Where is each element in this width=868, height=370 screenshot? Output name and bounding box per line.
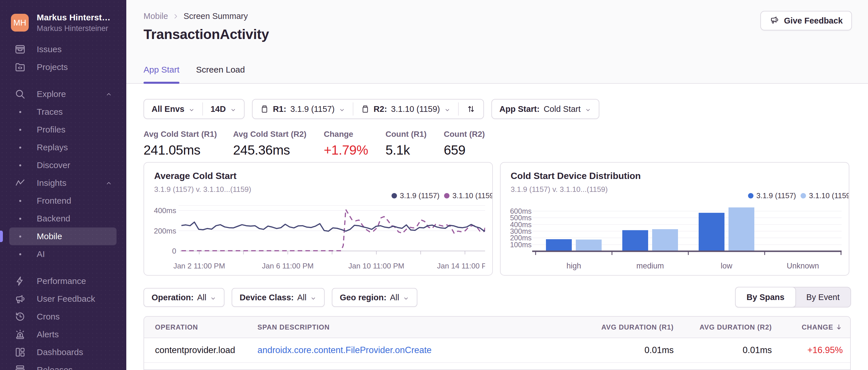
span-description-cell: androidx.core.content.FileProvider.onCre… [257, 338, 578, 363]
sidebar-item-replays[interactable]: Replays [9, 138, 117, 156]
bullet-icon [14, 213, 26, 224]
chevron-up-icon [105, 179, 113, 187]
bar-chart[interactable]: 600ms500ms400ms300ms200ms100mshighmedium… [509, 201, 842, 273]
bullet-icon [14, 142, 26, 153]
release-r1-filter[interactable]: R1: 3.1.9 (1157) [253, 100, 353, 119]
sidebar-item-frontend[interactable]: Frontend [9, 192, 117, 210]
svg-text:Unknown: Unknown [787, 262, 819, 270]
period-filter[interactable]: 14D [203, 100, 244, 119]
sidebar-item-explore[interactable]: Explore [9, 85, 117, 103]
sidebar-item-label: Mobile [37, 232, 62, 241]
swap-releases-button[interactable] [459, 100, 484, 119]
stat-count-r1-: Count (R1)5.1k [385, 130, 444, 158]
column-header-operation[interactable]: OPERATION [144, 317, 257, 338]
tab-app-start[interactable]: App Start [144, 65, 179, 83]
release-icon [361, 105, 370, 113]
user-subtitle: Markus Hintersteiner [37, 24, 111, 33]
column-header-change[interactable]: CHANGE [772, 317, 851, 338]
sidebar-item-label: Replays [37, 142, 68, 152]
stat-avg-cold-start-r2-: Avg Cold Start (R2)245.36ms [233, 130, 324, 158]
operation-cell: contentprovider.load [144, 338, 257, 363]
chart-subtitle: 3.1.9 (1157) v. 3.1.10...(1159) [510, 185, 608, 194]
operation--filter[interactable]: Operation:All [144, 288, 224, 307]
device-distribution-card: Cold Start Device Distribution 3.1.9 (11… [500, 162, 849, 276]
stat-label: Avg Cold Start (R1) [144, 130, 233, 139]
bullet-icon [14, 195, 26, 206]
svg-text:Jan 6 11:00 PM: Jan 6 11:00 PM [262, 262, 314, 270]
column-header-avg-duration-r2-[interactable]: AVG DURATION (R2) [674, 317, 772, 338]
column-header-span-description[interactable]: SPAN DESCRIPTION [257, 317, 578, 338]
sidebar-item-label: Releases [37, 365, 73, 370]
tab-screen-load[interactable]: Screen Load [196, 65, 245, 83]
sidebar-item-user-feedback[interactable]: User Feedback [9, 290, 117, 308]
legend-label: 3.1.10 (1159) [809, 191, 849, 200]
sidebar-item-mobile[interactable]: Mobile [9, 228, 117, 245]
sidebar-item-profiles[interactable]: Profiles [9, 121, 117, 138]
geo-region--filter[interactable]: Geo region:All [332, 288, 417, 307]
svg-text:100ms: 100ms [510, 241, 532, 249]
tab-bar: App Start Screen Load [144, 65, 245, 83]
sidebar-item-releases[interactable]: Releases [9, 361, 117, 370]
avatar: MH [11, 14, 29, 32]
legend-item-3-1-9-1157-[interactable]: 3.1.9 (1157) [392, 191, 439, 200]
sidebar-item-discover[interactable]: Discover [9, 156, 117, 174]
svg-text:low: low [721, 262, 733, 270]
filter-value: All [197, 293, 206, 302]
stat-value: 245.36ms [233, 142, 324, 158]
r1-label: R1: [273, 104, 286, 114]
toggle-by-event[interactable]: By Event [795, 288, 850, 307]
clock-icon [14, 311, 26, 323]
legend-dot-icon [444, 193, 450, 199]
chart-title: Cold Start Device Distribution [510, 171, 641, 181]
give-feedback-button[interactable]: Give Feedback [761, 11, 852, 30]
release-r2-filter[interactable]: R2: 3.1.10 (1159) [353, 100, 458, 119]
span-description-link[interactable]: androidx.core.content.FileProvider.onCre… [257, 345, 432, 355]
app-start-type-group: App Start: Cold Start [491, 99, 599, 119]
page-title: TransactionActivity [144, 26, 269, 42]
sidebar-item-issues[interactable]: Issues [9, 40, 117, 58]
sidebar-item-dashboards[interactable]: Dashboards [9, 343, 117, 361]
user-menu[interactable]: MH Markus Hinterst… Markus Hintersteiner [0, 0, 126, 34]
megaphone-icon [770, 15, 779, 27]
main-content: Mobile Screen Summary TransactionActivit… [126, 0, 868, 370]
sidebar-item-projects[interactable]: Projects [9, 58, 117, 76]
stat-label: Change [324, 130, 385, 139]
release-compare-group: R1: 3.1.9 (1157) R2: 3.1.10 (1159) [252, 99, 484, 119]
sidebar-item-label: Discover [37, 160, 70, 170]
env-filter[interactable]: All Envs [144, 100, 203, 119]
sidebar-item-traces[interactable]: Traces [9, 103, 117, 121]
page-header: Mobile Screen Summary TransactionActivit… [126, 0, 868, 84]
user-name: Markus Hinterst… [37, 12, 111, 22]
stat-value: +1.79% [324, 142, 385, 158]
inbox-icon [14, 43, 26, 55]
stat-label: Avg Cold Start (R2) [233, 130, 324, 139]
line-chart[interactable]: 400ms200ms0Jan 2 11:00 PMJan 6 11:00 PMJ… [153, 201, 485, 273]
legend-item-3-1-10-1159-[interactable]: 3.1.10 (1159) [444, 191, 493, 200]
breadcrumb-mobile[interactable]: Mobile [144, 11, 168, 21]
env-period-group: All Envs 14D [144, 99, 245, 119]
filter-value: All [390, 293, 399, 302]
device-class--filter[interactable]: Device Class:All [231, 288, 324, 307]
legend-item-3-1-9-1157-[interactable]: 3.1.9 (1157) [748, 191, 796, 200]
user-info: Markus Hinterst… Markus Hintersteiner [37, 12, 111, 33]
toggle-by-spans[interactable]: By Spans [735, 287, 796, 307]
table-header-row: OPERATIONSPAN DESCRIPTIONAVG DURATION (R… [144, 317, 851, 338]
sidebar-item-performance[interactable]: Performance [9, 272, 117, 290]
bullet-icon [14, 106, 26, 117]
sidebar-item-crons[interactable]: Crons [9, 308, 117, 326]
dashboards-icon [14, 346, 26, 358]
filter-label: Operation: [152, 293, 194, 302]
legend-item-3-1-10-1159-[interactable]: 3.1.10 (1159) [801, 191, 849, 200]
sidebar-item-ai[interactable]: AI [9, 245, 117, 263]
span-filter-row: Operation:AllDevice Class:AllGeo region:… [144, 288, 417, 307]
column-header-avg-duration-r1-[interactable]: AVG DURATION (R1) [578, 317, 674, 338]
sidebar-item-alerts[interactable]: Alerts [9, 326, 117, 343]
app-start-type-filter[interactable]: App Start: Cold Start [492, 100, 599, 119]
chart-title: Average Cold Start [154, 171, 237, 181]
sidebar-item-insights[interactable]: Insights [9, 174, 117, 192]
sidebar-item-label: Projects [37, 62, 68, 72]
sidebar-item-label: Alerts [37, 330, 59, 339]
sidebar-item-backend[interactable]: Backend [9, 210, 117, 228]
avg-duration-r2-cell: 0.01ms [674, 338, 772, 363]
sidebar-item-label: Traces [37, 107, 63, 117]
